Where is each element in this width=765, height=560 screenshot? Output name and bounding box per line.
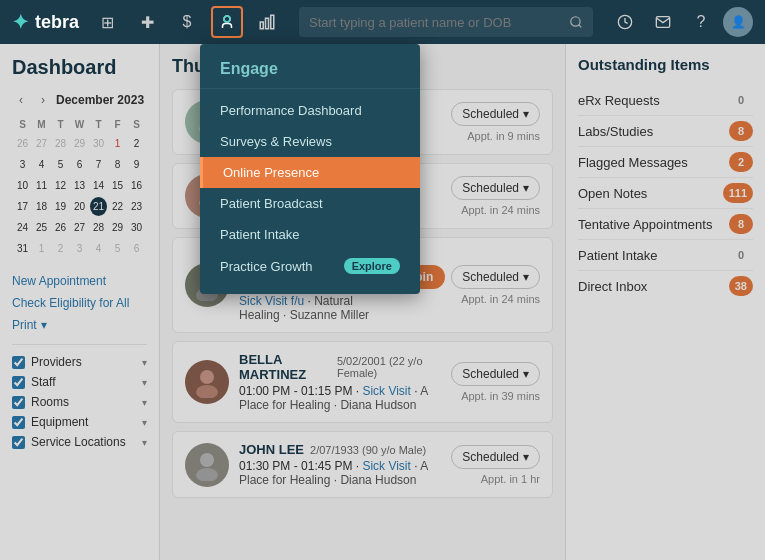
- explore-badge: Explore: [344, 258, 400, 274]
- dropdown-item-patient-intake[interactable]: Patient Intake: [200, 219, 420, 250]
- svg-point-1: [224, 16, 230, 22]
- history-icon[interactable]: [609, 6, 641, 38]
- engage-icon[interactable]: [211, 6, 243, 38]
- logo: ✦ tebra: [12, 10, 79, 34]
- add-icon[interactable]: ✚: [131, 6, 163, 38]
- svg-point-5: [571, 17, 580, 26]
- help-icon[interactable]: ?: [685, 6, 717, 38]
- search-input[interactable]: [309, 15, 561, 30]
- avatar[interactable]: 👤: [723, 7, 753, 37]
- dropdown-item-practice-growth[interactable]: Practice Growth Explore: [200, 250, 420, 282]
- svg-rect-3: [266, 18, 269, 29]
- dropdown-item-online-presence[interactable]: Online Presence: [200, 157, 420, 188]
- dropdown-title: Engage: [200, 60, 420, 89]
- dropdown-item-performance[interactable]: Performance Dashboard: [200, 95, 420, 126]
- top-navigation: ✦ tebra ⊞ ✚ $ ? 👤: [0, 0, 765, 44]
- dropdown-item-patient-broadcast[interactable]: Patient Broadcast: [200, 188, 420, 219]
- dropdown-item-surveys[interactable]: Surveys & Reviews: [200, 126, 420, 157]
- mail-icon[interactable]: [647, 6, 679, 38]
- billing-icon[interactable]: $: [171, 6, 203, 38]
- logo-text: tebra: [35, 12, 79, 33]
- analytics-icon[interactable]: [251, 6, 283, 38]
- engage-dropdown: Engage Performance Dashboard Surveys & R…: [200, 44, 420, 294]
- logo-icon: ✦: [12, 10, 29, 34]
- svg-rect-2: [260, 22, 263, 29]
- svg-rect-4: [271, 15, 274, 29]
- home-icon[interactable]: ⊞: [91, 6, 123, 38]
- nav-right: ? 👤: [609, 6, 753, 38]
- search-bar[interactable]: [299, 7, 593, 37]
